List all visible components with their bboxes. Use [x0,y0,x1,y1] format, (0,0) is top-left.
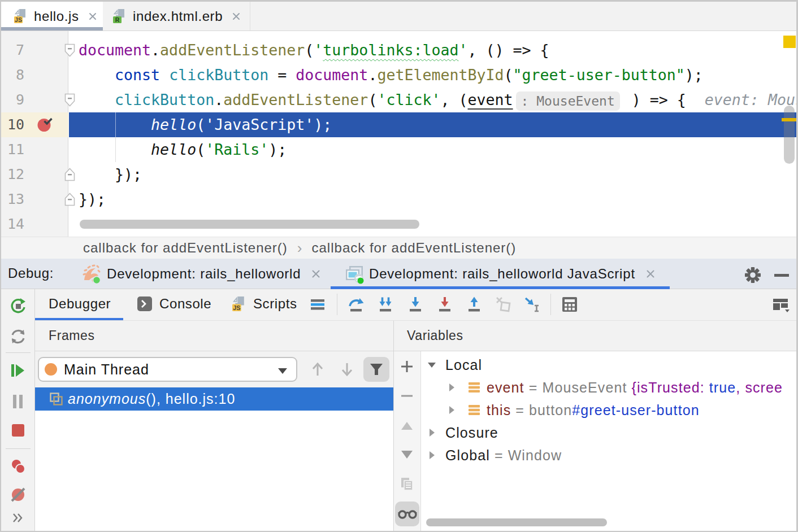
debug-toolwindow-title: Debug: [8,259,54,288]
variable-token: = [511,402,529,418]
more-actions-icon[interactable] [11,512,26,524]
toolbar-separator [6,448,31,449]
type-hint-inlay: : MouseEvent [516,91,620,111]
line-number: 10 [7,112,24,137]
editor-tab-index-html-erb[interactable]: R index.html.erb [103,2,250,30]
variables-horizontal-scrollbar[interactable] [426,518,607,526]
close-session-icon[interactable] [309,267,323,281]
remove-watch-icon[interactable] [399,388,415,404]
show-watches-toggle[interactable] [395,502,419,526]
fold-region-end-icon[interactable] [64,168,75,181]
move-watch-down-icon[interactable] [399,446,415,462]
next-frame-button[interactable] [336,357,358,382]
mute-breakpoints-icon[interactable] [9,486,27,504]
variable-row[interactable]: event = MouseEvent {isTrusted: true, scr… [421,376,798,399]
run-to-cursor-icon[interactable] [523,295,542,314]
breadcrumb-item[interactable]: callback for addEventListener() [312,240,517,256]
code-token: const [115,66,160,84]
variable-row[interactable]: Global = Window [421,444,798,466]
variable-row[interactable]: Closure [421,421,798,444]
collapsed-node-icon[interactable] [446,405,457,415]
inspection-status-square[interactable] [783,36,796,48]
update-app-icon[interactable] [9,328,27,346]
tab-label: Debugger [49,296,111,312]
variable-token: Local [445,357,482,373]
code-line-13[interactable]: }); [69,187,796,212]
code-line-11[interactable]: hello('Rails'); [69,137,796,162]
expanded-node-icon[interactable] [427,360,437,370]
code-line-10[interactable]: hello('JavaScript'); [69,112,796,137]
close-tab-icon[interactable] [230,10,242,23]
force-step-over-icon[interactable] [376,295,395,314]
tab-console[interactable]: Console [137,289,211,319]
debug-session-tab-rails[interactable]: Development: rails_helloworld [69,259,332,289]
collapsed-node-icon[interactable] [427,428,437,438]
step-out-icon[interactable] [465,295,484,314]
force-step-into-icon[interactable] [435,295,454,314]
stack-frame-row[interactable]: anonymous(), hello.js:10 [35,387,393,411]
settings-gear-icon[interactable] [743,265,763,285]
tab-debugger[interactable]: Debugger [49,289,111,319]
code-area[interactable]: document.addEventListener('turbolinks:lo… [69,31,796,237]
code-token: ); [268,141,287,158]
gutter-line-7[interactable]: 7 [1,38,68,63]
copy-value-icon[interactable] [399,476,415,492]
view-options-icon[interactable] [308,295,327,314]
previous-frame-button[interactable] [306,357,329,382]
tab-label: hello.js [34,8,79,24]
gutter-line-12[interactable]: 12 [1,162,68,187]
variable-row[interactable]: this = button#greet-user-button [421,399,798,421]
frame-location: (), hello.js:10 [146,391,235,407]
tab-scripts[interactable]: JS Scripts [232,289,297,319]
variable-row[interactable]: Local [421,354,798,376]
code-line-8[interactable]: const clickButton = document.getElementB… [69,63,796,88]
gutter-line-9[interactable]: 9 [1,88,68,112]
collapsed-node-icon[interactable] [427,450,437,460]
add-watch-icon[interactable] [399,359,415,374]
fold-region-end-icon[interactable] [64,193,75,206]
gutter-line-13[interactable]: 13 [1,187,68,212]
rerun-debug-icon[interactable] [9,297,27,315]
warning-stripe-mark[interactable] [782,118,796,121]
gutter-line-10[interactable]: 10 [1,112,68,137]
drop-frame-icon[interactable] [494,295,513,314]
step-over-icon[interactable] [346,295,366,314]
line-number: 9 [16,88,24,112]
breadcrumb-item[interactable]: callback for addEventListener() [83,240,288,256]
close-session-icon[interactable] [644,267,657,281]
variable-token: = [490,447,508,464]
pause-program-icon[interactable] [9,393,27,411]
close-tab-icon[interactable] [86,10,99,23]
gutter-line-8[interactable]: 8 [1,63,68,88]
move-watch-up-icon[interactable] [399,418,415,434]
code-line-7[interactable]: document.addEventListener('turbolinks:lo… [69,38,796,63]
debug-session-tab-javascript[interactable]: Development: rails_helloworld JavaScript [332,259,671,289]
view-breakpoints-icon[interactable] [9,457,27,476]
code-token [160,66,169,84]
layout-settings-icon[interactable] [771,295,791,314]
editor-horizontal-scrollbar[interactable] [80,220,419,229]
gutter-line-14[interactable]: 14 [1,212,68,237]
hide-library-frames-toggle[interactable] [363,357,389,382]
gutter-line-11[interactable]: 11 [1,137,68,162]
fold-region-start-icon[interactable] [64,43,75,57]
step-into-icon[interactable] [406,295,425,314]
editor-vertical-scrollbar[interactable] [784,106,795,164]
fold-region-start-icon[interactable] [64,93,75,107]
file-type-badge: JS [15,16,22,23]
breakpoint-verified-icon[interactable] [37,116,53,133]
thread-selector-combobox[interactable]: Main Thread [38,357,297,382]
collapsed-node-icon[interactable] [446,382,457,393]
evaluate-expression-icon[interactable] [560,295,579,314]
toolbar-separator [337,294,337,315]
variable-token: button [529,402,572,418]
hide-toolwindow-button[interactable] [772,265,791,285]
code-line-12[interactable]: }); [69,162,796,187]
filter-funnel-icon [369,362,384,377]
stop-icon[interactable] [9,421,27,439]
resume-program-icon[interactable] [9,361,27,380]
code-line-9[interactable]: clickButton.addEventListener('click', (e… [69,88,796,112]
frame-function-name: anonymous [68,391,146,407]
editor-tab-hello-js[interactable]: JS hello.js [1,2,103,30]
code-editor[interactable]: document.addEventListener('turbolinks:lo… [1,31,796,237]
